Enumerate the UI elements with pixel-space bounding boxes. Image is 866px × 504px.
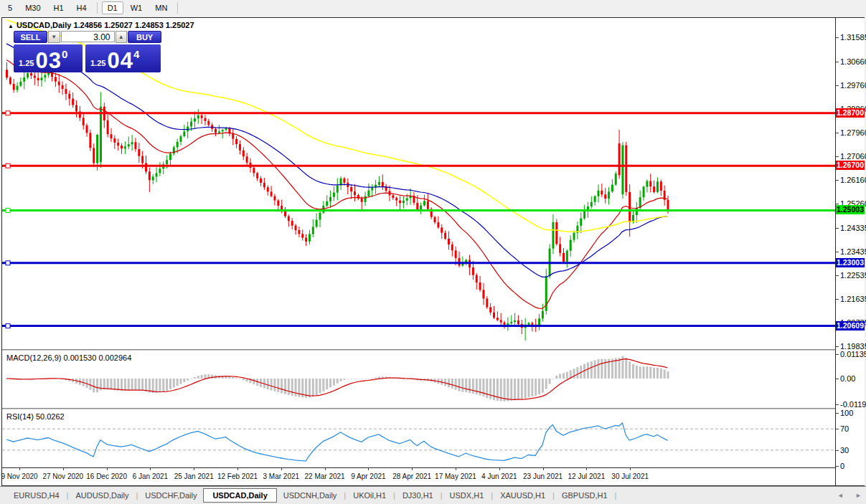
date-tick — [325, 468, 326, 470]
timeframe-h1[interactable]: H1 — [48, 1, 70, 14]
date-tick — [63, 468, 64, 470]
axis-tick — [836, 275, 839, 276]
buy-price-digits: 04 — [107, 50, 133, 71]
date-label: 16 Dec 2020 — [86, 472, 127, 480]
tab-audusd-daily[interactable]: AUDUSD,Daily — [69, 488, 135, 503]
tab-usdchf-daily[interactable]: USDCHF,Daily — [138, 488, 203, 503]
macd-tick: 0.01135 — [840, 350, 866, 358]
axis-tick — [836, 346, 839, 347]
price-axis: 1.315851.306601.297601.288601.279601.270… — [835, 18, 865, 485]
axis-tick — [836, 429, 839, 429]
level-price-label: 1.25003 — [836, 205, 865, 214]
date-label: 6 Jan 2021 — [133, 472, 169, 480]
date-tick — [281, 468, 282, 470]
date-tick — [456, 468, 456, 470]
price-tick: 1.27960 — [840, 128, 866, 137]
rsi-indicator-label: RSI(14) 50.0262 — [6, 412, 65, 421]
date-tick — [499, 468, 500, 470]
tab-usdcad-daily[interactable]: USDCAD,Daily — [203, 488, 276, 503]
chart-title: ▲USDCAD,Daily 1.24856 1.25027 1.24853 1.… — [8, 21, 194, 29]
date-tick — [237, 468, 238, 470]
arrow-down-icon: ▼ — [51, 34, 57, 40]
tab-scroll-right-icon[interactable]: ► — [855, 492, 862, 499]
date-label: 22 Mar 2021 — [305, 472, 345, 480]
date-tick — [107, 468, 108, 470]
axis-tick — [836, 450, 839, 451]
tab-separator: | — [614, 491, 618, 500]
sell-price-prefix: 1.25 — [19, 59, 34, 67]
date-axis: 9 Nov 202027 Nov 202016 Dec 20206 Jan 20… — [2, 468, 835, 485]
date-tick — [194, 468, 194, 470]
rsi-tick: 0 — [840, 462, 844, 470]
timeframe-h4[interactable]: H4 — [71, 1, 93, 14]
toolbar-separator — [97, 2, 98, 14]
date-label: 12 Jul 2021 — [568, 472, 606, 480]
level-price-label: 1.26700 — [836, 161, 865, 170]
sell-price-pip: 0 — [62, 48, 67, 60]
volume-decrease-button[interactable]: ▼ — [48, 31, 60, 43]
axis-tick — [836, 404, 839, 405]
date-tick — [412, 468, 413, 470]
timeframe-5[interactable]: 5 — [2, 1, 18, 14]
timeframe-w1[interactable]: W1 — [125, 1, 149, 14]
level-price-label: 1.20609 — [836, 321, 865, 331]
tab-gbpusd-h1[interactable]: GBPUSD,H1 — [555, 488, 614, 503]
sell-button[interactable]: SELL — [14, 31, 47, 43]
date-label: 27 Nov 2020 — [42, 472, 83, 480]
tab-ukoil-h1[interactable]: UKOil,H1 — [347, 488, 392, 503]
price-tick: 1.23435 — [840, 247, 866, 256]
date-tick — [586, 468, 587, 470]
date-label: 28 Apr 2021 — [392, 472, 431, 480]
axis-tick — [836, 379, 839, 379]
tab-xauusd-h1[interactable]: XAUUSD,H1 — [494, 488, 552, 503]
buy-price-display[interactable]: 1.25 04 4 — [85, 44, 161, 72]
date-label: 3 Mar 2021 — [263, 472, 300, 480]
axis-tick — [836, 85, 839, 86]
axis-tick — [836, 156, 839, 157]
axis-tick — [836, 413, 839, 414]
axis-tick — [836, 354, 839, 355]
price-tick: 1.22535 — [840, 271, 866, 280]
tab-dj30-h1[interactable]: DJ30,H1 — [396, 488, 440, 503]
macd-indicator-label: MACD(12,26,9) 0.001530 0.002964 — [6, 353, 131, 362]
collapse-arrow-icon[interactable]: ▲ — [8, 23, 14, 29]
date-tick — [368, 468, 369, 470]
buy-button[interactable]: BUY — [128, 31, 161, 43]
level-price-label: 1.23003 — [836, 258, 865, 267]
axis-tick — [836, 180, 839, 181]
sell-price-display[interactable]: 1.25 03 0 — [14, 44, 83, 72]
tab-usdcnh-daily[interactable]: USDCNH,Daily — [277, 488, 344, 503]
tab-usdx-h1[interactable]: USDX,H1 — [443, 488, 491, 503]
price-tick: 1.29760 — [840, 81, 866, 90]
axis-tick — [836, 252, 839, 252]
axis-tick — [836, 133, 839, 133]
date-tick — [19, 468, 20, 470]
tab-scroll-left-icon[interactable]: ◄ — [837, 492, 844, 499]
volume-input[interactable] — [61, 31, 115, 42]
tab-scroll-arrows: ◄ ► — [827, 492, 862, 499]
timeframe-d1[interactable]: D1 — [102, 1, 123, 14]
volume-increase-button[interactable]: ▲ — [116, 31, 128, 43]
price-tick: 1.31585 — [840, 33, 866, 42]
macd-tick: -0.01190 — [840, 400, 866, 409]
rsi-panel[interactable] — [2, 409, 835, 467]
chart-window: 9 Nov 202027 Nov 202016 Dec 20206 Jan 20… — [1, 17, 865, 486]
date-label: 17 May 2021 — [435, 472, 476, 480]
buy-price-pip: 4 — [133, 48, 139, 60]
timeframe-m30[interactable]: M30 — [19, 1, 46, 14]
sell-price-digits: 03 — [35, 50, 61, 71]
timeframe-mn[interactable]: MN — [149, 1, 173, 14]
price-tick: 1.24335 — [840, 224, 866, 232]
toolbar-separator — [177, 2, 178, 14]
level-price-label: 1.28700 — [836, 108, 865, 118]
chart-title-text: USDCAD,Daily 1.24856 1.25027 1.24853 1.2… — [17, 21, 194, 29]
date-label: 30 Jul 2021 — [611, 472, 649, 480]
macd-tick: 0.00 — [840, 374, 855, 383]
tab-eurusd-h4[interactable]: EURUSD,H4 — [7, 488, 66, 503]
date-label: 9 Nov 2020 — [1, 472, 37, 480]
price-tick: 1.27060 — [840, 152, 866, 161]
date-tick — [543, 468, 544, 470]
date-label: 9 Apr 2021 — [351, 472, 385, 480]
date-tick — [150, 468, 151, 470]
rsi-tick: 100 — [840, 409, 853, 417]
